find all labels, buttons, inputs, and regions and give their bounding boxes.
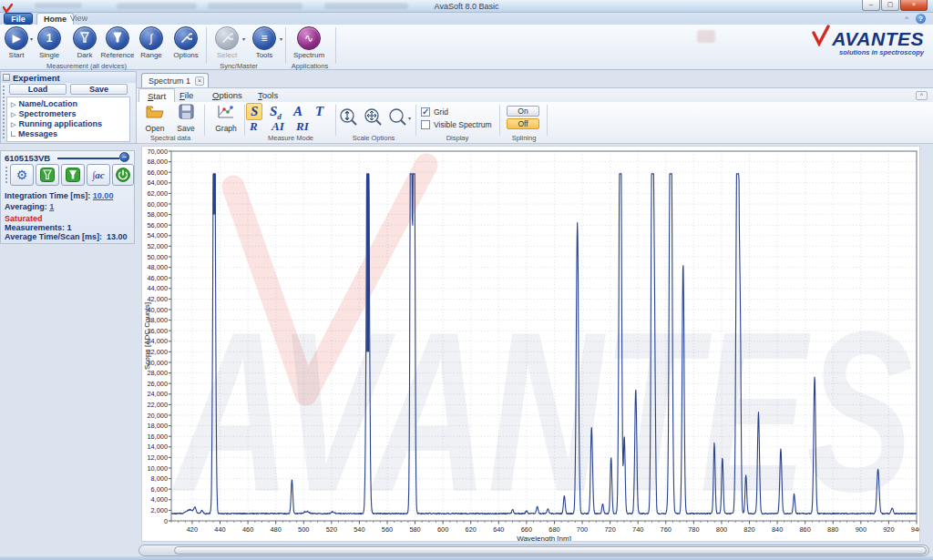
mode-reflectance-button[interactable]: R	[250, 119, 258, 134]
device-dark-button[interactable]	[36, 164, 59, 186]
chevron-down-icon[interactable]: ▾	[408, 115, 411, 121]
open-button[interactable]: Open	[140, 104, 169, 133]
tree-item-name-location[interactable]: ▷Name/Location	[11, 99, 77, 108]
tab-view[interactable]: View	[64, 13, 94, 25]
load-button[interactable]: Load	[9, 84, 67, 95]
range-button[interactable]: ∫ Range	[133, 26, 169, 59]
tree-item-running-applications[interactable]: ▷Running applications	[11, 119, 102, 128]
mode-absolute-irradiance-button[interactable]: AI	[272, 119, 284, 134]
dark-lamp-icon	[40, 168, 55, 182]
grid-checkbox-row[interactable]: Grid	[421, 107, 448, 117]
mode-transmittance-button[interactable]: T	[315, 104, 323, 119]
integration-time-field: Integration Time [ms]: 10.00	[5, 191, 113, 200]
visible-spectrum-checkbox-row[interactable]: Visible Spectrum	[421, 120, 492, 129]
unzoom-all-icon[interactable]	[364, 107, 383, 127]
collapse-toolbar-icon[interactable]: ^	[916, 91, 928, 100]
menu-tab-tools[interactable]: Tools	[250, 88, 286, 103]
window-controls: – ▢ ×	[862, 0, 928, 11]
tree-item-spectrometers[interactable]: ▷Spectrometers	[11, 109, 76, 118]
horizontal-scrollbar[interactable]	[138, 545, 929, 556]
menu-tab-start[interactable]: Start	[138, 88, 175, 103]
scale-options-group: ▾	[339, 107, 405, 131]
tools-button[interactable]: ≡ ▾ Tools	[246, 26, 282, 59]
graph-button[interactable]: Graph	[210, 104, 242, 133]
toolbar-separator	[204, 105, 205, 136]
averaging-value[interactable]: 1	[49, 202, 54, 211]
reference-button[interactable]: Reference	[97, 26, 138, 59]
svg-text:480: 480	[271, 525, 282, 534]
tree-corner-icon	[11, 131, 15, 137]
svg-text:780: 780	[688, 525, 699, 534]
close-button[interactable]: ×	[900, 0, 928, 11]
measurements-field: Measurements: 1	[5, 223, 72, 232]
panel-splitter[interactable]	[0, 144, 137, 149]
svg-text:64,000: 64,000	[147, 178, 168, 187]
save-spectrum-button[interactable]: Save	[171, 104, 200, 133]
expander-icon[interactable]: ▷	[11, 121, 15, 127]
help-icon[interactable]: ?	[916, 14, 926, 24]
panel-grip[interactable]	[2, 85, 5, 139]
unzoom-vertical-icon[interactable]	[339, 107, 358, 127]
tree-item-messages[interactable]: Messages	[11, 129, 57, 138]
svg-text:560: 560	[382, 525, 393, 534]
spectrum-tab[interactable]: Spectrum 1 ×	[141, 73, 209, 87]
svg-text:6,000: 6,000	[151, 485, 169, 494]
chart-svg[interactable]: AVANTES02,0004,0006,0008,00010,00012,000…	[142, 147, 919, 541]
reference-lamp-icon	[106, 26, 129, 50]
collapse-device-button[interactable]: −	[119, 152, 129, 162]
svg-text:52,000: 52,000	[147, 242, 168, 250]
y-axis-title: Scope [ADC Counts]	[143, 302, 151, 370]
svg-text:16,000: 16,000	[147, 433, 168, 441]
svg-text:720: 720	[604, 525, 615, 534]
select-button[interactable]: ▾ Select	[209, 26, 245, 59]
expander-icon[interactable]: ▷	[11, 101, 15, 107]
file-button[interactable]: File	[4, 13, 33, 25]
device-reference-button[interactable]	[61, 164, 85, 186]
splining-off-button[interactable]: Off	[507, 118, 539, 129]
grid-checkbox[interactable]	[421, 107, 430, 117]
saturated-peak-fill	[213, 174, 216, 215]
ribbon-help-area: ^ ?	[905, 14, 926, 24]
device-settings-button[interactable]: ⚙	[10, 164, 34, 186]
mode-relative-irradiance-button[interactable]: RI	[296, 119, 309, 134]
svg-text:8,000: 8,000	[151, 474, 169, 483]
spectrum-tab-label: Spectrum 1	[149, 76, 190, 86]
scrollbar-thumb[interactable]	[174, 546, 927, 555]
integration-time-value[interactable]: 10.00	[93, 191, 114, 200]
splining-on-button[interactable]: On	[507, 106, 539, 117]
avantes-brand-text: AVANTES	[796, 28, 924, 50]
group-label-splining: Splining	[505, 134, 543, 142]
panel-grip[interactable]	[5, 166, 8, 184]
svg-text:48,000: 48,000	[147, 263, 168, 271]
mode-scope-button[interactable]: S	[246, 103, 262, 120]
reference-lamp-icon	[66, 168, 80, 182]
device-jac-button[interactable]: ∫ac	[87, 164, 110, 186]
minimize-button[interactable]: –	[862, 0, 880, 11]
menu-tab-file[interactable]: File	[171, 88, 201, 103]
save-disk-icon	[179, 104, 194, 119]
svg-text:540: 540	[354, 525, 364, 534]
zoom-select-icon[interactable]	[388, 107, 407, 127]
ribbon-collapse-icon[interactable]: ^	[905, 15, 908, 23]
single-button[interactable]: 1 Single	[31, 26, 67, 59]
spectrum-chart[interactable]: AVANTES02,0004,0006,0008,00010,00012,000…	[141, 146, 920, 542]
start-button[interactable]: ▶ ▾ Start	[0, 26, 35, 59]
svg-text:18,000: 18,000	[147, 422, 168, 430]
mode-absorbance-button[interactable]: A	[293, 104, 302, 119]
svg-text:20,000: 20,000	[147, 412, 168, 420]
save-button[interactable]: Save	[70, 84, 128, 95]
device-panel: 6105153VB − ⚙ ∫ac Integration Time [ms]:…	[0, 150, 135, 244]
spectrum-app-button[interactable]: ∿ Spectrum	[288, 26, 330, 59]
svg-text:440: 440	[214, 525, 225, 534]
chevron-down-icon[interactable]: ▾	[242, 36, 245, 42]
options-button[interactable]: Options	[168, 26, 204, 59]
close-tab-icon[interactable]: ×	[195, 76, 204, 86]
chevron-down-icon[interactable]: ▾	[280, 36, 282, 42]
device-power-button[interactable]	[112, 164, 134, 186]
menu-tab-options[interactable]: Options	[204, 88, 251, 103]
expander-icon[interactable]: ▷	[11, 111, 15, 117]
visible-spectrum-checkbox[interactable]	[421, 120, 430, 129]
maximize-button[interactable]: ▢	[881, 0, 899, 11]
svg-text:24,000: 24,000	[147, 390, 168, 398]
svg-text:46,000: 46,000	[147, 274, 168, 282]
